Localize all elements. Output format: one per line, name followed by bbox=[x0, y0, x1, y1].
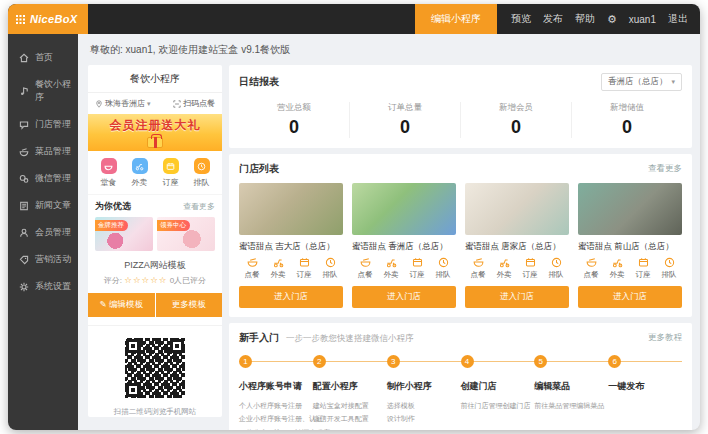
guide-step-item[interactable]: 微信公众号注册、认证小程序 bbox=[239, 426, 313, 430]
topbar-actions: 编辑小程序 预览 发布 帮助 ⚙ xuan1 退出 bbox=[415, 4, 700, 34]
step-number-badge: 4 bbox=[461, 355, 474, 368]
metric-revenue: 营业总额 0 bbox=[239, 102, 349, 138]
sidebar-item-home[interactable]: 首页 bbox=[8, 44, 78, 71]
help-link[interactable]: 帮助 bbox=[575, 12, 595, 26]
sidebar-item-marketing-activities[interactable]: 营销活动 bbox=[8, 246, 78, 273]
metric-new-deposits: 新增储值 0 bbox=[571, 102, 682, 138]
metric-new-members: 新增会员 0 bbox=[460, 102, 571, 138]
quick-action-queue[interactable]: 排队 bbox=[186, 158, 217, 188]
settings-icon bbox=[19, 282, 29, 292]
guide-step-item[interactable]: 选择模板 bbox=[387, 399, 461, 412]
guide-step-item[interactable]: 前往菜品管理编辑菜品 bbox=[534, 399, 608, 412]
quick-action-takeout[interactable]: 外卖 bbox=[124, 158, 155, 188]
pick-item[interactable]: 金牌推荐 bbox=[95, 217, 153, 251]
scan-order-button[interactable]: 扫码点餐 bbox=[173, 98, 215, 109]
welcome-text: 尊敬的: xuan1, 欢迎使用建站宝盒 v9.1餐饮版 bbox=[90, 43, 692, 57]
sidebar-item-system-settings[interactable]: 系统设置 bbox=[8, 273, 78, 300]
step-number-badge: 5 bbox=[534, 355, 547, 368]
store-action-label: 订座 bbox=[523, 270, 538, 280]
metric-label: 新增会员 bbox=[461, 102, 571, 114]
takeout-icon bbox=[499, 257, 510, 268]
chevron-down-icon: ▾ bbox=[671, 78, 675, 86]
queue-icon bbox=[551, 257, 562, 268]
scan-order-label: 扫码点餐 bbox=[183, 98, 215, 109]
store-action-queue[interactable]: 排队 bbox=[543, 257, 569, 280]
step-number-badge: 6 bbox=[608, 355, 621, 368]
store-action-queue[interactable]: 排队 bbox=[430, 257, 456, 280]
store-action-label: 点餐 bbox=[471, 270, 486, 280]
store-action-order[interactable]: 点餐 bbox=[578, 257, 604, 280]
sidebar-item-store-management[interactable]: 门店管理 bbox=[8, 111, 78, 138]
store-name: 蜜语甜点 吉大店（总店） bbox=[239, 241, 343, 253]
qr-caption: 扫描二维码浏览手机网站 bbox=[114, 407, 197, 417]
enter-store-button[interactable]: 进入门店 bbox=[352, 286, 456, 308]
guide-step-item[interactable]: 建站宝盒对接配置 bbox=[313, 399, 387, 412]
store-action-order[interactable]: 点餐 bbox=[465, 257, 491, 280]
store-action-takeout[interactable]: 外卖 bbox=[378, 257, 404, 280]
sidebar-item-member-management[interactable]: 会员管理 bbox=[8, 219, 78, 246]
sidebar-item-news-articles[interactable]: 新闻文章 bbox=[8, 192, 78, 219]
guide-step-item[interactable]: 前往门店管理创建门店 bbox=[461, 399, 535, 412]
enter-store-button[interactable]: 进入门店 bbox=[239, 286, 343, 308]
publish-link[interactable]: 发布 bbox=[543, 12, 563, 26]
reserve-icon bbox=[638, 257, 649, 268]
store-action-order[interactable]: 点餐 bbox=[352, 257, 378, 280]
app-logo[interactable]: NiceBoX bbox=[8, 4, 88, 34]
quick-action-label: 堂食 bbox=[101, 177, 117, 188]
guide-more-link[interactable]: 更多教程 bbox=[648, 332, 682, 344]
news-icon bbox=[19, 201, 29, 211]
member-gift-banner[interactable]: 会员注册送大礼 bbox=[88, 114, 222, 151]
preview-link[interactable]: 预览 bbox=[511, 12, 531, 26]
store-action-queue[interactable]: 排队 bbox=[317, 257, 343, 280]
store-action-takeout[interactable]: 外卖 bbox=[604, 257, 630, 280]
edit-miniprogram-button[interactable]: 编辑小程序 bbox=[415, 4, 497, 34]
guide-step-item[interactable]: 微信开发工具配置 bbox=[313, 412, 387, 425]
store-action-takeout[interactable]: 外卖 bbox=[491, 257, 517, 280]
store-action-reserve[interactable]: 订座 bbox=[404, 257, 430, 280]
store-filter-dropdown[interactable]: 香洲店（总店） ▾ bbox=[601, 73, 682, 91]
enter-store-button[interactable]: 进入门店 bbox=[465, 286, 569, 308]
order-icon bbox=[360, 257, 371, 268]
stores-more-link[interactable]: 查看更多 bbox=[648, 163, 682, 175]
sidebar-item-label: 餐饮小程序 bbox=[35, 78, 78, 104]
more-templates-button[interactable]: 更多模板 bbox=[156, 293, 223, 317]
store-action-reserve[interactable]: 订座 bbox=[517, 257, 543, 280]
guide-step-item[interactable]: 设计制作 bbox=[387, 412, 461, 425]
store-card: 蜜语甜点 香洲店（总店） 点餐 外卖 订座 排队 进入门店 bbox=[352, 183, 456, 308]
store-action-order[interactable]: 点餐 bbox=[239, 257, 265, 280]
guide-step-title: 创建门店 bbox=[461, 380, 535, 393]
sidebar-item-label: 门店管理 bbox=[35, 118, 71, 131]
sidebar-item-catering-miniprogram[interactable]: 餐饮小程序 bbox=[8, 71, 78, 111]
location-selector[interactable]: 珠海香洲店 ▾ bbox=[95, 98, 151, 109]
dish-icon bbox=[19, 147, 29, 157]
quick-action-reserve[interactable]: 订座 bbox=[155, 158, 186, 188]
logout-link[interactable]: 退出 bbox=[668, 12, 688, 26]
enter-store-button[interactable]: 进入门店 bbox=[578, 286, 682, 308]
guide-timeline: 1 2 3 4 5 6 bbox=[239, 355, 682, 368]
queue-icon bbox=[325, 257, 336, 268]
edit-template-label: 编辑模板 bbox=[109, 299, 143, 309]
miniprogram-icon bbox=[19, 86, 29, 96]
metric-value: 0 bbox=[350, 117, 460, 138]
sidebar-item-wechat-management[interactable]: 微信管理 bbox=[8, 165, 78, 192]
guide-step-configure: 配置小程序 建站宝盒对接配置 微信开发工具配置 bbox=[313, 374, 387, 430]
store-action-reserve[interactable]: 订座 bbox=[630, 257, 656, 280]
main-content: 尊敬的: xuan1, 欢迎使用建站宝盒 v9.1餐饮版 餐饮小程序 珠海香洲店… bbox=[78, 34, 700, 430]
sidebar-item-dish-management[interactable]: 菜品管理 bbox=[8, 138, 78, 165]
settings-gear-icon[interactable]: ⚙ bbox=[607, 13, 617, 26]
guide-step-account: 小程序账号申请 个人小程序账号注册 企业小程序账号注册、认证 微信公众号注册、认… bbox=[239, 374, 313, 430]
pick-item[interactable]: 领券中心 bbox=[157, 217, 215, 251]
store-action-reserve[interactable]: 订座 bbox=[291, 257, 317, 280]
member-icon bbox=[19, 228, 29, 238]
store-action-label: 订座 bbox=[636, 270, 651, 280]
store-action-queue[interactable]: 排队 bbox=[656, 257, 682, 280]
quick-action-dine-in[interactable]: 堂食 bbox=[93, 158, 124, 188]
store-action-takeout[interactable]: 外卖 bbox=[265, 257, 291, 280]
picks-more-link[interactable]: 查看更多 bbox=[183, 201, 215, 212]
guide-step-item[interactable]: 个人小程序账号注册 bbox=[239, 399, 313, 412]
edit-template-button[interactable]: ✎ 编辑模板 bbox=[88, 293, 155, 317]
store-action-label: 排队 bbox=[662, 270, 677, 280]
metric-orders: 订单总量 0 bbox=[349, 102, 460, 138]
username-link[interactable]: xuan1 bbox=[629, 14, 656, 25]
guide-step-item[interactable]: 企业小程序账号注册、认证 bbox=[239, 412, 313, 425]
